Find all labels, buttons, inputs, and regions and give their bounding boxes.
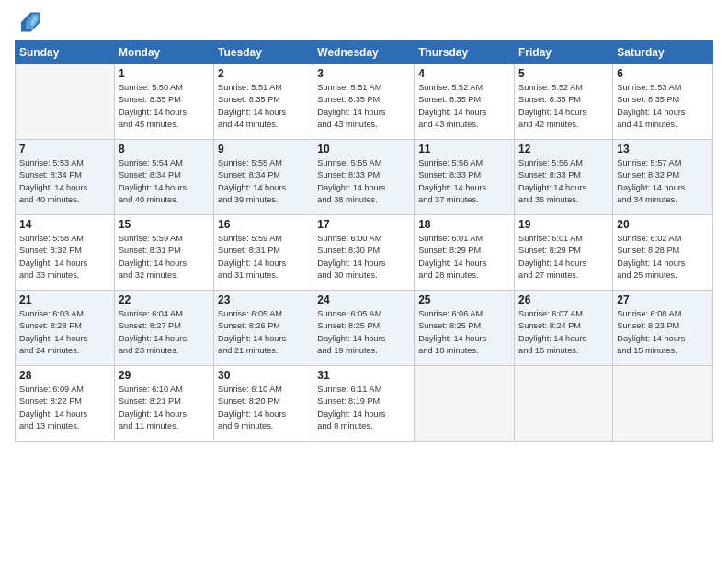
calendar-cell: 25Sunrise: 6:06 AM Sunset: 8:25 PM Dayli… bbox=[415, 291, 515, 366]
day-number: 16 bbox=[218, 218, 309, 231]
week-row-3: 14Sunrise: 5:58 AM Sunset: 8:32 PM Dayli… bbox=[16, 215, 713, 291]
calendar-cell: 13Sunrise: 5:57 AM Sunset: 8:32 PM Dayli… bbox=[613, 140, 713, 215]
day-header-thursday: Thursday bbox=[415, 41, 515, 64]
calendar-cell: 3Sunrise: 5:51 AM Sunset: 8:35 PM Daylig… bbox=[313, 64, 415, 140]
header bbox=[15, 9, 713, 35]
day-info: Sunrise: 6:02 AM Sunset: 8:28 PM Dayligh… bbox=[617, 233, 709, 282]
day-info: Sunrise: 6:07 AM Sunset: 8:24 PM Dayligh… bbox=[518, 308, 609, 357]
day-info: Sunrise: 6:10 AM Sunset: 8:21 PM Dayligh… bbox=[119, 384, 210, 432]
calendar-cell: 14Sunrise: 5:58 AM Sunset: 8:32 PM Dayli… bbox=[16, 215, 115, 291]
day-number: 29 bbox=[119, 369, 210, 382]
calendar-cell: 9Sunrise: 5:55 AM Sunset: 8:34 PM Daylig… bbox=[214, 140, 313, 215]
day-info: Sunrise: 5:56 AM Sunset: 8:33 PM Dayligh… bbox=[418, 157, 510, 206]
calendar-cell: 6Sunrise: 5:53 AM Sunset: 8:35 PM Daylig… bbox=[613, 64, 713, 140]
day-number: 21 bbox=[19, 293, 110, 306]
day-number: 3 bbox=[317, 67, 410, 80]
week-row-1: 1Sunrise: 5:50 AM Sunset: 8:35 PM Daylig… bbox=[16, 64, 713, 140]
day-number: 22 bbox=[119, 293, 210, 306]
day-info: Sunrise: 5:58 AM Sunset: 8:32 PM Dayligh… bbox=[19, 233, 110, 282]
calendar-cell: 1Sunrise: 5:50 AM Sunset: 8:35 PM Daylig… bbox=[114, 64, 213, 140]
day-number: 1 bbox=[119, 67, 210, 80]
day-number: 12 bbox=[518, 143, 609, 155]
day-number: 18 bbox=[418, 218, 510, 231]
day-header-sunday: Sunday bbox=[16, 41, 115, 64]
day-number: 30 bbox=[218, 369, 309, 382]
day-info: Sunrise: 5:54 AM Sunset: 8:34 PM Dayligh… bbox=[119, 157, 210, 206]
calendar-cell: 10Sunrise: 5:55 AM Sunset: 8:33 PM Dayli… bbox=[313, 140, 415, 215]
calendar-cell: 21Sunrise: 6:03 AM Sunset: 8:28 PM Dayli… bbox=[16, 291, 115, 366]
day-info: Sunrise: 5:55 AM Sunset: 8:34 PM Dayligh… bbox=[218, 157, 309, 206]
calendar-cell: 26Sunrise: 6:07 AM Sunset: 8:24 PM Dayli… bbox=[515, 291, 613, 366]
day-info: Sunrise: 6:04 AM Sunset: 8:27 PM Dayligh… bbox=[119, 308, 210, 357]
day-number: 20 bbox=[617, 218, 709, 231]
header-row: SundayMondayTuesdayWednesdayThursdayFrid… bbox=[16, 41, 713, 64]
calendar-cell: 11Sunrise: 5:56 AM Sunset: 8:33 PM Dayli… bbox=[415, 140, 515, 215]
day-info: Sunrise: 5:55 AM Sunset: 8:33 PM Dayligh… bbox=[317, 157, 410, 206]
day-info: Sunrise: 6:09 AM Sunset: 8:22 PM Dayligh… bbox=[19, 384, 110, 432]
day-number: 19 bbox=[518, 218, 609, 231]
calendar-cell: 18Sunrise: 6:01 AM Sunset: 8:29 PM Dayli… bbox=[415, 215, 515, 291]
day-info: Sunrise: 6:00 AM Sunset: 8:30 PM Dayligh… bbox=[317, 233, 410, 282]
day-number: 23 bbox=[218, 293, 309, 306]
day-number: 15 bbox=[119, 218, 210, 231]
day-number: 14 bbox=[19, 218, 110, 231]
logo bbox=[15, 9, 42, 35]
day-number: 8 bbox=[119, 143, 210, 155]
calendar-cell: 7Sunrise: 5:53 AM Sunset: 8:34 PM Daylig… bbox=[16, 140, 115, 215]
day-number: 7 bbox=[19, 143, 110, 155]
calendar-cell: 16Sunrise: 5:59 AM Sunset: 8:31 PM Dayli… bbox=[214, 215, 313, 291]
day-info: Sunrise: 5:52 AM Sunset: 8:35 PM Dayligh… bbox=[418, 82, 510, 131]
day-info: Sunrise: 6:06 AM Sunset: 8:25 PM Dayligh… bbox=[418, 308, 510, 357]
day-number: 26 bbox=[518, 293, 609, 306]
calendar-cell: 22Sunrise: 6:04 AM Sunset: 8:27 PM Dayli… bbox=[114, 291, 213, 366]
day-number: 9 bbox=[218, 143, 309, 155]
day-info: Sunrise: 6:05 AM Sunset: 8:25 PM Dayligh… bbox=[317, 308, 410, 357]
calendar-cell: 31Sunrise: 6:11 AM Sunset: 8:19 PM Dayli… bbox=[313, 366, 415, 442]
calendar-cell: 29Sunrise: 6:10 AM Sunset: 8:21 PM Dayli… bbox=[114, 366, 213, 442]
calendar-cell: 4Sunrise: 5:52 AM Sunset: 8:35 PM Daylig… bbox=[415, 64, 515, 140]
day-info: Sunrise: 6:11 AM Sunset: 8:19 PM Dayligh… bbox=[317, 384, 410, 432]
day-info: Sunrise: 5:52 AM Sunset: 8:35 PM Dayligh… bbox=[518, 82, 609, 131]
day-info: Sunrise: 6:10 AM Sunset: 8:20 PM Dayligh… bbox=[218, 384, 309, 432]
calendar-cell: 8Sunrise: 5:54 AM Sunset: 8:34 PM Daylig… bbox=[114, 140, 213, 215]
week-row-4: 21Sunrise: 6:03 AM Sunset: 8:28 PM Dayli… bbox=[16, 291, 713, 366]
day-info: Sunrise: 5:53 AM Sunset: 8:34 PM Dayligh… bbox=[19, 157, 110, 206]
day-number: 28 bbox=[19, 369, 110, 382]
day-header-tuesday: Tuesday bbox=[214, 41, 313, 64]
day-info: Sunrise: 6:08 AM Sunset: 8:23 PM Dayligh… bbox=[617, 308, 709, 357]
day-header-saturday: Saturday bbox=[613, 41, 713, 64]
day-number: 27 bbox=[617, 293, 709, 306]
day-info: Sunrise: 5:51 AM Sunset: 8:35 PM Dayligh… bbox=[317, 82, 410, 131]
day-header-friday: Friday bbox=[515, 41, 613, 64]
page: SundayMondayTuesdayWednesdayThursdayFrid… bbox=[0, 0, 728, 563]
calendar-table: SundayMondayTuesdayWednesdayThursdayFrid… bbox=[15, 40, 713, 442]
day-info: Sunrise: 6:01 AM Sunset: 8:29 PM Dayligh… bbox=[518, 233, 609, 282]
day-number: 13 bbox=[617, 143, 709, 155]
calendar-cell: 12Sunrise: 5:56 AM Sunset: 8:33 PM Dayli… bbox=[515, 140, 613, 215]
calendar-cell bbox=[415, 366, 515, 442]
calendar-cell bbox=[16, 64, 115, 140]
calendar-cell: 5Sunrise: 5:52 AM Sunset: 8:35 PM Daylig… bbox=[515, 64, 613, 140]
day-number: 6 bbox=[617, 67, 709, 80]
day-info: Sunrise: 5:57 AM Sunset: 8:32 PM Dayligh… bbox=[617, 157, 709, 206]
calendar-cell bbox=[613, 366, 713, 442]
calendar-cell: 20Sunrise: 6:02 AM Sunset: 8:28 PM Dayli… bbox=[613, 215, 713, 291]
day-number: 4 bbox=[418, 67, 510, 80]
day-info: Sunrise: 6:03 AM Sunset: 8:28 PM Dayligh… bbox=[19, 308, 110, 357]
day-header-monday: Monday bbox=[114, 41, 213, 64]
day-info: Sunrise: 5:53 AM Sunset: 8:35 PM Dayligh… bbox=[617, 82, 709, 131]
calendar-cell bbox=[515, 366, 613, 442]
day-number: 5 bbox=[518, 67, 609, 80]
day-number: 10 bbox=[317, 143, 410, 155]
calendar-cell: 23Sunrise: 6:05 AM Sunset: 8:26 PM Dayli… bbox=[214, 291, 313, 366]
day-number: 25 bbox=[418, 293, 510, 306]
day-number: 31 bbox=[317, 369, 410, 382]
week-row-2: 7Sunrise: 5:53 AM Sunset: 8:34 PM Daylig… bbox=[16, 140, 713, 215]
calendar-cell: 2Sunrise: 5:51 AM Sunset: 8:35 PM Daylig… bbox=[214, 64, 313, 140]
day-info: Sunrise: 5:56 AM Sunset: 8:33 PM Dayligh… bbox=[518, 157, 609, 206]
week-row-5: 28Sunrise: 6:09 AM Sunset: 8:22 PM Dayli… bbox=[16, 366, 713, 442]
day-info: Sunrise: 5:50 AM Sunset: 8:35 PM Dayligh… bbox=[119, 82, 210, 131]
calendar-cell: 28Sunrise: 6:09 AM Sunset: 8:22 PM Dayli… bbox=[16, 366, 115, 442]
day-info: Sunrise: 5:59 AM Sunset: 8:31 PM Dayligh… bbox=[119, 233, 210, 282]
day-number: 17 bbox=[317, 218, 410, 231]
